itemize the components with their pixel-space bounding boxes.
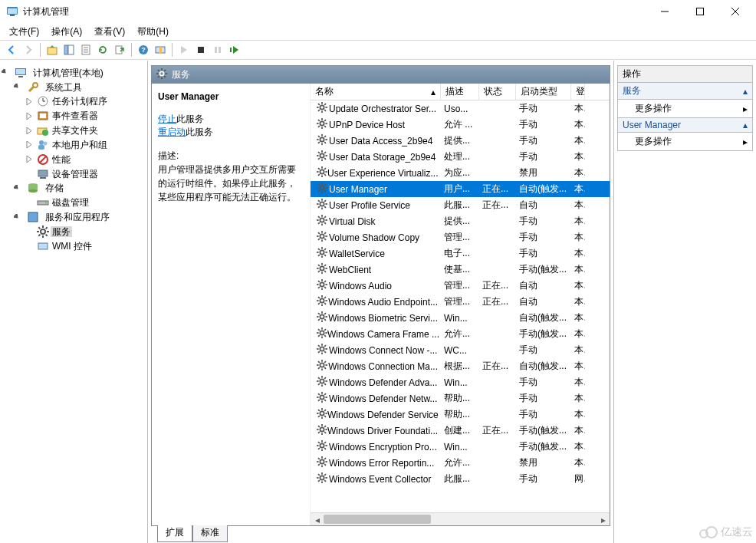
gear-icon	[317, 102, 329, 115]
expand-icon[interactable]	[14, 83, 23, 92]
menu-file[interactable]: 文件(F)	[3, 24, 45, 40]
tree-shared-folders[interactable]: 共享文件夹	[51, 125, 100, 136]
expand-icon[interactable]	[26, 140, 35, 150]
service-row[interactable]: Windows Connection Ma...根据...正在...自动(触发.…	[311, 358, 610, 374]
restart-icon[interactable]	[226, 41, 243, 58]
service-row[interactable]: User Data Storage_2b9e4处理...手动本	[311, 149, 610, 165]
menu-help[interactable]: 帮助(H)	[131, 24, 175, 40]
tree-storage[interactable]: 存储	[44, 183, 65, 193]
device-manager-icon	[37, 168, 49, 180]
back-button[interactable]	[3, 41, 20, 58]
service-row[interactable]: Windows Defender Netw...帮助...手动本	[311, 390, 610, 406]
expand-icon[interactable]	[2, 68, 11, 77]
tree-event-viewer[interactable]: 事件查看器	[51, 110, 100, 121]
restart-link[interactable]: 重启动	[158, 127, 186, 137]
tree-services-apps[interactable]: 服务和应用程序	[44, 212, 111, 222]
tab-extended[interactable]: 扩展	[157, 525, 192, 542]
service-logon: 本	[571, 166, 585, 179]
service-row[interactable]: Windows Audio管理...正在...自动本	[311, 278, 610, 294]
menu-view[interactable]: 查看(V)	[88, 24, 131, 40]
close-button[interactable]	[718, 0, 753, 23]
actions-more-2[interactable]: 更多操作▸	[617, 133, 753, 151]
expand-icon[interactable]	[26, 126, 35, 135]
service-row[interactable]: Windows Error Reportin...允许...禁用本	[311, 455, 610, 471]
tree-wmi[interactable]: WMI 控件	[51, 241, 94, 252]
service-desc: 帮助...	[441, 408, 479, 421]
col-logon[interactable]: 登	[571, 84, 585, 100]
expand-icon[interactable]	[14, 212, 23, 222]
service-row[interactable]: Windows Camera Frame ...允许...手动(触发...本	[311, 326, 610, 342]
tree-root[interactable]: 计算机管理(本地)	[31, 67, 105, 78]
actions-group-usermanager[interactable]: User Manager▴	[617, 118, 753, 133]
service-row[interactable]: Update Orchestrator Ser...Uso...手动本	[311, 100, 610, 117]
stop-icon[interactable]	[192, 41, 209, 58]
col-start[interactable]: 启动类型	[516, 84, 571, 100]
pause-icon[interactable]	[209, 41, 226, 58]
scroll-left-icon[interactable]: ◂	[311, 513, 324, 526]
service-row[interactable]: WalletService电子...手动本	[311, 245, 610, 262]
scroll-right-icon[interactable]: ▸	[597, 513, 610, 526]
service-row[interactable]: Virtual Disk提供...手动本	[311, 213, 610, 229]
show-hide-tree-icon[interactable]	[61, 41, 77, 58]
service-desc: 使基...	[441, 263, 479, 276]
service-row[interactable]: User Profile Service此服...正在...自动本	[311, 197, 610, 213]
tree-task-scheduler[interactable]: 任务计划程序	[51, 96, 109, 107]
service-name: Windows Encryption Pro...	[329, 442, 437, 452]
service-row[interactable]: Windows Encryption Pro...Win...手动(触发...本	[311, 439, 610, 455]
collapse-icon: ▴	[743, 86, 748, 97]
actions-more-1[interactable]: 更多操作▸	[617, 100, 753, 118]
tree-services[interactable]: 服务	[51, 226, 72, 237]
description-label: 描述:	[158, 150, 304, 163]
chevron-right-icon: ▸	[743, 137, 748, 147]
maximize-button[interactable]	[682, 0, 718, 23]
shared-folders-icon	[37, 124, 49, 137]
service-row[interactable]: UPnP Device Host允许 ...手动本	[311, 117, 610, 133]
service-row[interactable]: User Experience Virtualiz...为应...禁用本	[311, 165, 610, 181]
service-row[interactable]: Windows Biometric Servi...Win...自动(触发...…	[311, 310, 610, 326]
stop-link[interactable]: 停止	[158, 114, 176, 124]
service-row[interactable]: User Data Access_2b9e4提供...手动本	[311, 133, 610, 149]
service-row[interactable]: Windows Driver Foundati...创建...正在...手动(触…	[311, 423, 610, 439]
tree-system-tools[interactable]: 系统工具	[44, 82, 84, 93]
menu-action[interactable]: 操作(A)	[45, 24, 88, 40]
service-row[interactable]: Windows Event Collector此服...手动网	[311, 471, 610, 487]
service-logon: 本	[571, 134, 585, 147]
tree-performance[interactable]: 性能	[51, 154, 72, 165]
col-status[interactable]: 状态	[479, 84, 516, 100]
gear-icon	[317, 311, 328, 324]
horizontal-scrollbar[interactable]: ◂ ▸	[311, 512, 610, 525]
svg-rect-40	[40, 114, 46, 118]
service-row[interactable]: Volume Shadow Copy管理...手动本	[311, 229, 610, 245]
properties-icon[interactable]	[77, 41, 94, 58]
service-row[interactable]: Windows Defender Service帮助...手动本	[311, 406, 610, 423]
minimize-button[interactable]	[647, 0, 682, 23]
play-icon[interactable]	[176, 41, 192, 58]
service-row[interactable]: Windows Audio Endpoint...管理...正在...自动本	[311, 294, 610, 310]
actions-group-services[interactable]: 服务▴	[617, 83, 753, 100]
service-name: Windows Audio	[329, 281, 392, 291]
tree-local-users[interactable]: 本地用户和组	[51, 140, 109, 150]
sort-asc-icon: ▴	[431, 87, 436, 97]
expand-icon[interactable]	[26, 111, 35, 120]
up-icon[interactable]	[44, 41, 61, 58]
service-row[interactable]: WebClient使基...手动(触发...本	[311, 262, 610, 278]
refresh-icon[interactable]	[94, 41, 111, 58]
export-icon[interactable]	[111, 41, 128, 58]
expand-icon[interactable]	[14, 183, 23, 193]
service-start-type: 自动(触发...	[516, 183, 571, 196]
options-icon[interactable]	[152, 41, 169, 58]
tab-standard[interactable]: 标准	[192, 525, 228, 542]
tree-device-manager[interactable]: 设备管理器	[51, 169, 100, 179]
service-row[interactable]: Windows Defender Adva...Win...手动本	[311, 374, 610, 390]
expand-icon[interactable]	[26, 155, 35, 164]
forward-button[interactable]	[20, 41, 37, 58]
scroll-thumb[interactable]	[324, 515, 431, 524]
tree-disk-mgmt[interactable]: 磁盘管理	[51, 197, 90, 208]
col-desc[interactable]: 描述	[441, 84, 479, 100]
col-name[interactable]: 名称▴	[311, 84, 441, 100]
service-start-type: 手动	[516, 247, 571, 260]
help-icon[interactable]: ?	[135, 41, 152, 58]
expand-icon[interactable]	[26, 97, 35, 106]
service-row[interactable]: Windows Connect Now -...WC...手动本	[311, 342, 610, 358]
service-row[interactable]: User Manager用户...正在...自动(触发...本	[311, 181, 610, 197]
